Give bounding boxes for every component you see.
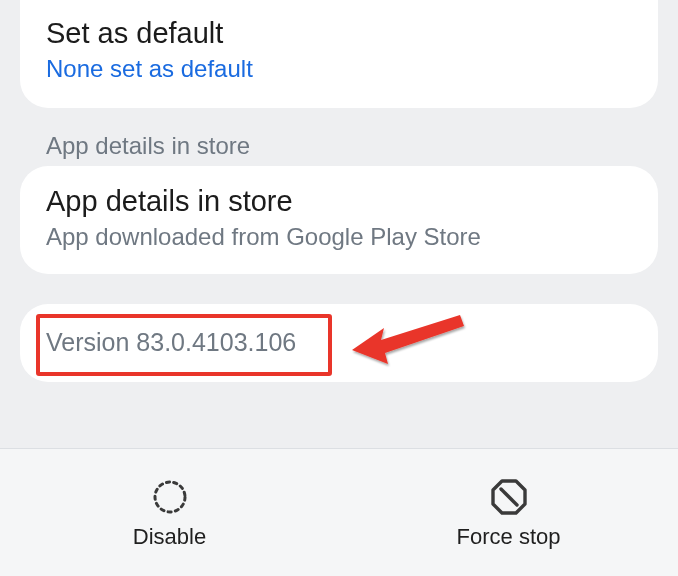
disable-button[interactable]: Disable — [0, 449, 339, 576]
bottom-action-bar: Disable Force stop — [0, 448, 678, 576]
section-label-app-details: App details in store — [20, 108, 658, 166]
force-stop-button[interactable]: Force stop — [339, 449, 678, 576]
set-as-default-title: Set as default — [46, 14, 632, 52]
force-stop-label: Force stop — [457, 524, 561, 550]
app-details-title: App details in store — [46, 182, 632, 220]
force-stop-icon — [488, 476, 530, 518]
svg-line-3 — [501, 489, 517, 505]
disable-icon — [149, 476, 191, 518]
disable-label: Disable — [133, 524, 206, 550]
set-as-default-subtitle: None set as default — [46, 54, 632, 84]
set-as-default-item[interactable]: Set as default None set as default — [20, 0, 658, 108]
app-details-subtitle: App downloaded from Google Play Store — [46, 222, 632, 252]
version-item: Version 83.0.4103.106 — [20, 304, 658, 382]
version-text: Version 83.0.4103.106 — [46, 326, 632, 358]
svg-point-1 — [155, 482, 185, 512]
app-details-in-store-item[interactable]: App details in store App downloaded from… — [20, 166, 658, 274]
